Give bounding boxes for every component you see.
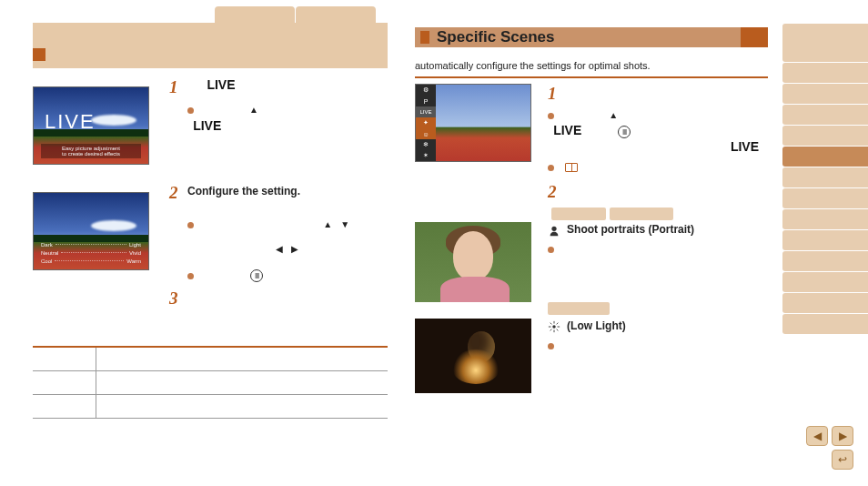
sidebar-tab[interactable] [782, 230, 868, 250]
step-1-number: 1 [169, 77, 178, 97]
return-icon: ↩ [838, 453, 847, 466]
step-1-number-r: 1 [548, 84, 557, 103]
func-set-icon: ䷀ [618, 126, 631, 138]
settings-table [33, 346, 388, 419]
arrow-right-icon: ▶ [291, 244, 298, 254]
arrow-right-icon: ▶ [839, 430, 847, 442]
sidebar-tab-active[interactable] [782, 147, 868, 167]
camera-screenshot-live: LIVE Easy picture adjustment to create d… [33, 86, 149, 165]
live-label-r1: LIVE [553, 123, 581, 137]
left-tab-a [215, 6, 295, 26]
nav-next-button[interactable]: ▶ [832, 426, 853, 446]
right-heading-bar: Specific Scenes [415, 27, 768, 47]
right-subtitle: automatically configure the settings for… [415, 60, 768, 71]
arrow-down-icon: ▼ [340, 219, 349, 229]
sidebar-tab[interactable] [782, 63, 868, 83]
sample-portrait-image [415, 222, 531, 302]
manual-ref-icon [565, 163, 578, 172]
portrait-mode-title: Shoot portraits (Portrait) [567, 223, 694, 236]
left-heading-bar [33, 23, 388, 68]
bullet-icon [548, 113, 554, 119]
live-mode-label: LIVE [207, 77, 235, 92]
sidebar-tab[interactable] [782, 314, 868, 334]
sidebar-tab[interactable] [782, 24, 868, 62]
left-page: LIVE Easy picture adjustment to create d… [33, 23, 388, 289]
bullet-icon [187, 222, 194, 228]
portrait-mode-icon [548, 224, 560, 237]
arrow-left-icon: ◀ [276, 244, 283, 254]
step-2-title: Configure the setting. [187, 183, 388, 199]
sidebar-tab[interactable] [782, 209, 868, 229]
nav-return-button[interactable]: ↩ [832, 450, 853, 470]
left-tab-b [296, 6, 376, 26]
arrow-left-icon: ◀ [813, 430, 822, 442]
left-heading-marker [33, 48, 45, 61]
right-page: Specific Scenes automatically configure … [415, 27, 768, 393]
sidebar-tab[interactable] [782, 188, 868, 208]
right-heading-title: Specific Scenes [437, 28, 554, 46]
divider [415, 76, 768, 78]
camera-screenshot-menu: ⚙PLIVE✦☺❄✶ [415, 84, 531, 162]
svg-line-9 [550, 329, 552, 331]
step-2-number-r: 2 [548, 182, 557, 201]
bullet-icon [187, 107, 194, 114]
svg-point-0 [551, 227, 556, 231]
sample-lowlight-image [415, 319, 531, 393]
sidebar-tab[interactable] [782, 105, 868, 125]
lowlight-mode-title: (Low Light) [567, 319, 626, 332]
page-nav: ◀ ▶ ↩ [806, 426, 853, 470]
nav-prev-button[interactable]: ◀ [806, 426, 828, 446]
live-label-r2: LIVE [731, 139, 759, 154]
sidebar-tab[interactable] [782, 272, 868, 292]
live-overlay-subtitle: Easy picture adjustment to create desire… [41, 144, 141, 158]
sidebar-tab[interactable] [782, 126, 868, 146]
bullet-icon [187, 273, 194, 279]
sidebar-tab[interactable] [782, 293, 868, 313]
arrow-up-icon: ▲ [609, 110, 618, 120]
bullet-icon [548, 343, 554, 349]
lowlight-mode-icon [548, 320, 560, 333]
arrow-up-icon: ▲ [249, 105, 258, 115]
sidebar-tab[interactable] [782, 167, 868, 187]
live-mode-label-2: LIVE [193, 118, 221, 133]
camera-screenshot-sliders: DarkLight NeutralVivid CoolWarm [33, 192, 149, 270]
svg-line-7 [557, 329, 559, 331]
right-heading-marker [420, 31, 429, 44]
bullet-icon [548, 165, 554, 171]
step-2-number: 2 [169, 183, 178, 203]
svg-line-6 [550, 323, 552, 325]
svg-line-8 [557, 323, 559, 325]
arrow-up-icon: ▲ [323, 219, 332, 229]
sidebar-tab[interactable] [782, 251, 868, 271]
func-set-icon: ䷀ [250, 269, 263, 282]
mode-tab-single [548, 302, 610, 315]
step-3-number: 3 [169, 289, 178, 309]
mode-tabs [551, 208, 768, 220]
bullet-icon [548, 247, 554, 253]
svg-point-1 [552, 325, 556, 329]
right-sidebar-tabs [782, 24, 868, 335]
live-overlay-text: LIVE [45, 110, 96, 134]
sidebar-tab[interactable] [782, 84, 868, 104]
